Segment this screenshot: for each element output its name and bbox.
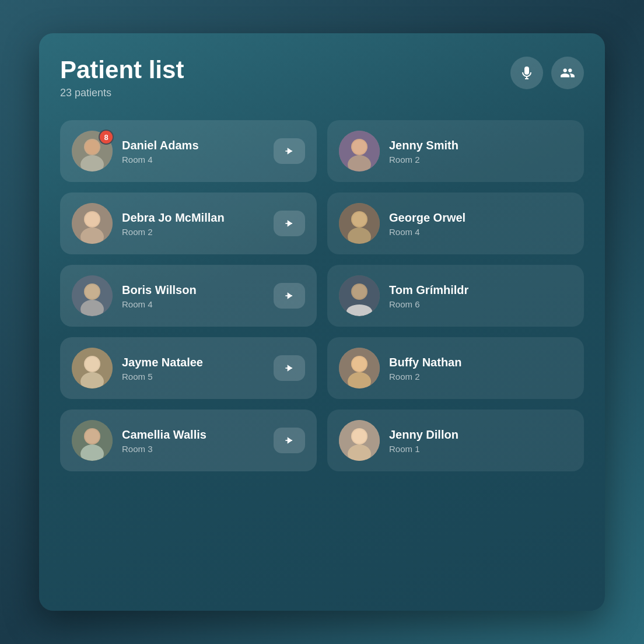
patient-name: Jenny Smith [389, 138, 572, 152]
avatar-wrapper [72, 275, 113, 316]
patient-card-jenny-dillon[interactable]: Jenny DillonRoom 1 [327, 410, 584, 471]
patient-name: Tom Grímhildr [389, 283, 572, 297]
patient-name: Boris Willson [122, 283, 264, 297]
patient-name: Daniel Adams [122, 138, 264, 152]
patient-room: Room 2 [122, 227, 264, 237]
notification-badge: 8 [99, 130, 114, 145]
patient-name: Debra Jo McMillan [122, 211, 264, 225]
svg-point-17 [352, 212, 366, 226]
header-title-block: Patient list 23 patients [60, 57, 184, 99]
patient-info: Jayme NataleeRoom 5 [122, 355, 264, 382]
patient-card-debra-jo-mcmillan[interactable]: Debra Jo McMillanRoom 2 [60, 192, 317, 254]
patient-room: Room 3 [122, 444, 264, 454]
patient-info: Jenny DillonRoom 1 [389, 428, 572, 454]
patient-card-boris-willson[interactable]: Boris WillsonRoom 4 [60, 265, 317, 327]
microphone-icon [520, 66, 534, 80]
patient-room: Room 2 [389, 372, 572, 382]
svg-point-8 [352, 140, 366, 154]
arrow-right-icon [284, 145, 295, 157]
patient-info: Daniel AdamsRoom 4 [122, 138, 264, 164]
arrow-right-icon [284, 218, 295, 229]
navigate-button[interactable] [274, 283, 305, 309]
patient-room: Room 2 [389, 155, 572, 164]
header: Patient list 23 patients [60, 57, 584, 99]
arrow-right-icon [284, 435, 295, 446]
navigate-button[interactable] [274, 211, 305, 236]
patient-room: Room 4 [122, 299, 264, 309]
patient-info: Camellia WallisRoom 3 [122, 428, 264, 454]
avatar-wrapper [339, 131, 380, 172]
svg-point-35 [352, 357, 366, 371]
patient-room: Room 1 [389, 444, 572, 454]
patient-card-george-orwel[interactable]: George OrwelRoom 4 [327, 192, 584, 254]
arrow-right-icon [284, 362, 295, 374]
avatar [72, 203, 113, 244]
avatar-wrapper [339, 275, 380, 316]
patient-room: Room 6 [389, 299, 572, 309]
arrow-right-icon [284, 290, 295, 302]
navigate-button[interactable] [274, 355, 305, 381]
patient-info: Boris WillsonRoom 4 [122, 283, 264, 309]
page-title: Patient list [60, 57, 184, 83]
avatar [72, 348, 113, 388]
patient-card-camellia-wallis[interactable]: Camellia WallisRoom 3 [60, 410, 317, 471]
svg-point-44 [352, 429, 366, 443]
svg-point-30 [85, 357, 99, 371]
avatar-wrapper [72, 203, 113, 244]
patient-name: Jayme Natalee [122, 355, 264, 369]
patient-info: Jenny SmithRoom 2 [389, 138, 572, 164]
avatar [72, 420, 113, 461]
navigate-button[interactable] [274, 138, 305, 164]
avatar [72, 275, 113, 316]
avatar [339, 420, 380, 461]
svg-point-39 [85, 429, 99, 443]
patient-room: Room 4 [389, 227, 572, 237]
patient-name: George Orwel [389, 211, 572, 225]
patient-card-buffy-nathan[interactable]: Buffy NathanRoom 2 [327, 337, 584, 399]
svg-point-21 [85, 285, 99, 299]
avatar-wrapper [339, 203, 380, 244]
patient-name: Camellia Wallis [122, 428, 264, 442]
svg-point-12 [85, 212, 99, 226]
patient-name: Buffy Nathan [389, 355, 572, 369]
patient-card-jayme-natalee[interactable]: Jayme NataleeRoom 5 [60, 337, 317, 399]
microphone-button[interactable] [510, 57, 543, 89]
patient-card-tom-grimhildr[interactable]: Tom GrímhildrRoom 6 [327, 265, 584, 327]
avatar-wrapper [339, 420, 380, 461]
user-group-button[interactable] [551, 57, 584, 89]
patient-info: Buffy NathanRoom 2 [389, 355, 572, 382]
patient-card-jenny-smith[interactable]: Jenny SmithRoom 2 [327, 120, 584, 182]
navigate-button[interactable] [274, 428, 305, 453]
avatar [339, 348, 380, 388]
patient-count: 23 patients [60, 87, 184, 99]
app-container: Patient list 23 patients 8Daniel AdamsRo… [39, 33, 605, 611]
avatar-wrapper [72, 348, 113, 388]
patient-info: Debra Jo McMillanRoom 2 [122, 211, 264, 237]
avatar [339, 275, 380, 316]
patient-card-daniel-adams[interactable]: 8Daniel AdamsRoom 4 [60, 120, 317, 182]
header-actions [510, 57, 584, 89]
avatar [339, 131, 380, 172]
user-group-icon [560, 65, 575, 80]
avatar-wrapper [72, 420, 113, 461]
patient-name: Jenny Dillon [389, 428, 572, 442]
patient-room: Room 5 [122, 372, 264, 382]
patient-grid: 8Daniel AdamsRoom 4Jenny SmithRoom 2Debr… [60, 120, 584, 471]
patient-room: Room 4 [122, 155, 264, 164]
svg-point-26 [352, 285, 366, 299]
svg-point-3 [85, 140, 99, 154]
patient-info: George OrwelRoom 4 [389, 211, 572, 237]
avatar [339, 203, 380, 244]
patient-info: Tom GrímhildrRoom 6 [389, 283, 572, 309]
avatar-wrapper: 8 [72, 131, 113, 172]
avatar-wrapper [339, 348, 380, 388]
